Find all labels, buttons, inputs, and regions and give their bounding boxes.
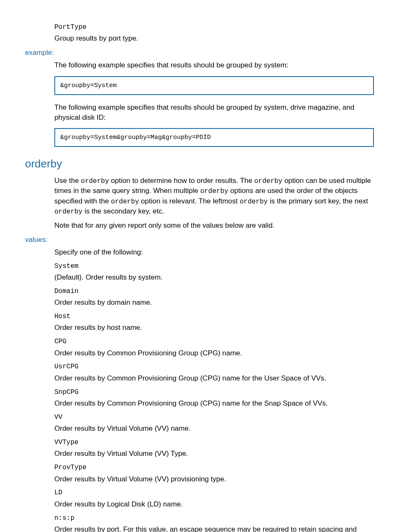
value-item: VVType Order results by Virtual Volume (… <box>54 438 374 459</box>
example-para1: The following example specifies that res… <box>54 60 374 70</box>
code-span: orderby <box>81 177 109 185</box>
port-type-desc: Group results by port type. <box>54 33 374 44</box>
value-term: VV <box>54 413 374 422</box>
orderby-para1: Use the orderby option to determine how … <box>54 176 374 217</box>
example-label: example: <box>25 48 374 58</box>
values-label: values: <box>25 235 374 245</box>
text-span: is the primary sort key, the next <box>268 197 368 205</box>
orderby-heading: orderby <box>25 156 374 171</box>
example-code1: &groupby=System <box>54 76 374 95</box>
value-term: Domain <box>54 287 374 296</box>
value-term: CPG <box>54 337 374 346</box>
value-desc: Order results by port. For this value, a… <box>54 524 374 532</box>
values-intro: Specify one of the following: <box>54 247 374 257</box>
text-span: Use the <box>54 177 81 185</box>
value-term: UsrCPG <box>54 362 374 371</box>
value-desc: Order results by Common Provisioning Gro… <box>54 373 374 383</box>
example-code2: &groupby=System&groupby=Mag&groupby=PDID <box>54 128 374 147</box>
value-term: ProvType <box>54 463 374 472</box>
value-desc: Order results by Virtual Volume (VV) pro… <box>54 474 374 484</box>
value-desc: (Default). Order results by system. <box>54 272 374 283</box>
code-span: orderby <box>54 208 82 216</box>
value-desc: Order results by Logical Disk (LD) name. <box>54 499 374 509</box>
orderby-para2: Note that for any given report only some… <box>54 221 374 231</box>
value-item: Domain Order results by domain name. <box>54 287 374 308</box>
value-item: n:s:p Order results by port. For this va… <box>54 514 374 532</box>
text-span: Order results by port. For this value, a… <box>54 525 357 532</box>
value-term: Host <box>54 312 374 321</box>
value-desc: Order results by Virtual Volume (VV) Typ… <box>54 449 374 459</box>
value-item: VV Order results by Virtual Volume (VV) … <box>54 413 374 434</box>
text-span: option is relevant. The leftmost <box>139 197 240 205</box>
value-item: ProvType Order results by Virtual Volume… <box>54 463 374 484</box>
value-desc: Order results by Common Provisioning Gro… <box>54 348 374 358</box>
code-span: orderby <box>111 198 139 206</box>
value-desc: Order results by Common Provisioning Gro… <box>54 398 374 409</box>
port-type-term: PortType <box>54 23 374 32</box>
value-term: LD <box>54 488 374 497</box>
value-item: UsrCPG Order results by Common Provision… <box>54 362 374 383</box>
value-item: SnpCPG Order results by Common Provision… <box>54 388 374 409</box>
value-term: System <box>54 262 374 271</box>
value-term: SnpCPG <box>54 388 374 397</box>
value-item: LD Order results by Logical Disk (LD) na… <box>54 488 374 509</box>
value-desc: Order results by Virtual Volume (VV) nam… <box>54 424 374 434</box>
text-span: is the secondary key, etc. <box>82 207 164 215</box>
value-term: n:s:p <box>54 514 374 523</box>
value-term: VVType <box>54 438 374 447</box>
code-span: orderby <box>240 198 268 206</box>
code-span: orderby <box>254 177 282 185</box>
example-para2: The following example specifies that res… <box>54 103 374 123</box>
value-desc: Order results by host name. <box>54 323 374 333</box>
value-item: System (Default). Order results by syste… <box>54 262 374 283</box>
value-item: CPG Order results by Common Provisioning… <box>54 337 374 358</box>
value-desc: Order results by domain name. <box>54 298 374 308</box>
text-span: option to determine how to order results… <box>109 177 254 185</box>
code-span: orderby <box>200 188 228 195</box>
value-item: Host Order results by host name. <box>54 312 374 333</box>
